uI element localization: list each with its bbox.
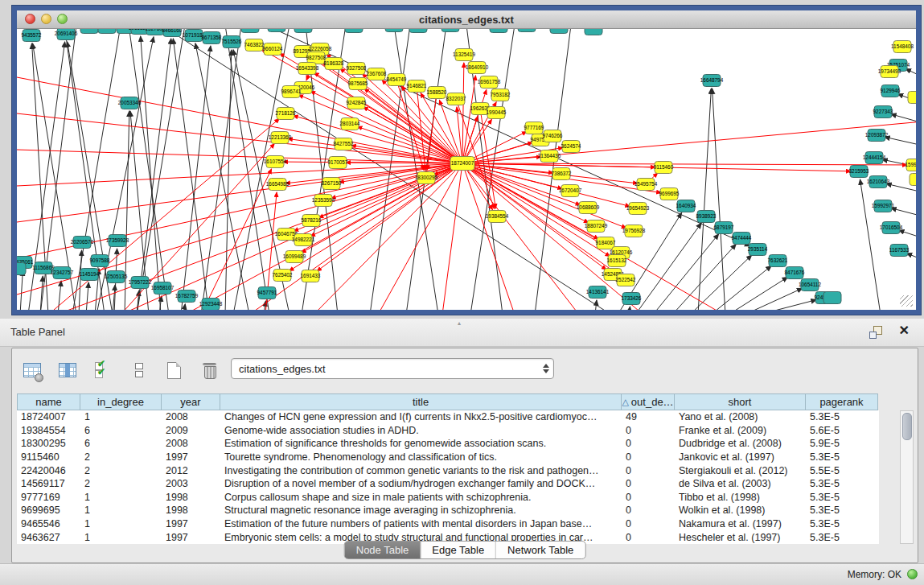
graph-edge-red[interactable] xyxy=(442,163,462,310)
graph-edge-black[interactable] xyxy=(629,307,630,310)
graph-edge-black[interactable] xyxy=(72,29,121,310)
graph-edge-black[interactable] xyxy=(690,255,752,310)
graph-node[interactable] xyxy=(80,29,98,34)
table-cell: 5.9E-5 xyxy=(806,438,878,449)
graph-node[interactable] xyxy=(268,29,285,32)
tab-node-table[interactable]: Node Table xyxy=(345,542,421,558)
table-row[interactable]: 911546021997Tourette syndrome. Phenomeno… xyxy=(17,451,879,464)
graph-node[interactable] xyxy=(345,29,363,33)
graph-edge-black[interactable] xyxy=(20,270,23,310)
graph-edge-black[interactable] xyxy=(711,266,771,310)
table-cell: 5.3E-5 xyxy=(806,411,878,422)
memory-ok-indicator[interactable] xyxy=(907,569,918,579)
graph-edge-black[interactable] xyxy=(759,300,816,310)
column-header-title[interactable]: title xyxy=(220,393,622,410)
graph-node-label: 19384554 xyxy=(486,213,509,219)
row-selection-mode-button[interactable]: ✔✔ xyxy=(91,357,115,383)
graph-node-label: 12923448 xyxy=(199,301,223,307)
splitter-handle[interactable]: ▴ xyxy=(458,319,461,327)
column-header-year[interactable]: year xyxy=(162,393,220,410)
network-canvas-svg[interactable]: 9435572206914061065328715276028466160107… xyxy=(17,29,916,310)
graph-node[interactable] xyxy=(585,29,602,35)
table-row[interactable]: 1938455462009Genome-wide association stu… xyxy=(17,424,879,438)
graph-edge-red[interactable] xyxy=(17,77,462,163)
graph-node[interactable] xyxy=(823,292,841,304)
graph-node[interactable] xyxy=(441,29,459,32)
scrollbar-thumb[interactable] xyxy=(902,413,912,440)
graph-edge-red[interactable] xyxy=(462,63,464,163)
graph-edge-black[interactable] xyxy=(264,301,266,310)
minimize-window-button[interactable] xyxy=(41,14,51,24)
tab-network-table[interactable]: Network Table xyxy=(495,542,585,558)
tab-edge-table[interactable]: Edge Table xyxy=(420,542,495,558)
graph-edge-black[interactable] xyxy=(672,244,736,310)
column-header-out_de[interactable]: △out_de… xyxy=(622,393,675,410)
graph-edge-black[interactable] xyxy=(86,282,88,310)
graph-node[interactable] xyxy=(490,29,507,33)
table-cell: Investigating the contribution of common… xyxy=(220,465,622,476)
show-column-button[interactable] xyxy=(55,357,80,383)
graph-edge-black[interactable] xyxy=(225,50,232,310)
graph-node[interactable] xyxy=(908,92,916,104)
column-header-in_degree[interactable]: in_degree xyxy=(80,393,162,410)
column-header-name[interactable]: name xyxy=(17,393,80,410)
graph-node[interactable] xyxy=(385,29,403,32)
network-canvas[interactable]: 9435572206914061065328715276028466160107… xyxy=(17,29,916,310)
graph-edge-red[interactable] xyxy=(462,163,619,275)
graph-edge-black[interactable] xyxy=(183,304,185,310)
graph-edge-black[interactable] xyxy=(137,39,171,310)
table-row[interactable]: 946554611997Estimation of the future num… xyxy=(17,517,879,531)
table-select-dropdown[interactable]: citations_edges.txt xyxy=(231,358,554,379)
graph-node[interactable] xyxy=(17,263,26,275)
table-row[interactable]: 969969511998Structural magnetic resonanc… xyxy=(17,504,879,517)
column-header-pagerank[interactable]: pagerank xyxy=(806,393,878,410)
graph-node[interactable] xyxy=(550,29,568,34)
column-header-short[interactable]: short xyxy=(675,393,806,410)
graph-edge-black[interactable] xyxy=(181,46,211,310)
graph-edge-red[interactable] xyxy=(48,118,279,310)
graph-edge-black[interactable] xyxy=(713,89,725,310)
create-table-button[interactable] xyxy=(162,357,186,383)
graph-edge-black[interactable] xyxy=(885,137,916,146)
graph-node[interactable] xyxy=(241,29,259,33)
close-panel-icon[interactable]: ✕ xyxy=(899,323,910,339)
float-panel-icon[interactable] xyxy=(869,326,882,339)
table-row[interactable]: 1830029562008Estimation of significance … xyxy=(17,437,879,451)
table-row[interactable]: 977716911998Corpus callosum shape and si… xyxy=(17,491,879,505)
table-vertical-scrollbar[interactable] xyxy=(900,410,914,544)
graph-node[interactable] xyxy=(409,29,427,33)
graph-edge-black[interactable] xyxy=(225,29,269,310)
graph-node[interactable] xyxy=(910,174,916,186)
graph-edge-black[interactable] xyxy=(891,114,916,123)
delete-table-button[interactable] xyxy=(197,357,221,383)
graph-edge-red[interactable] xyxy=(363,107,462,163)
row-height-button[interactable] xyxy=(126,357,150,383)
table-settings-button[interactable] xyxy=(20,357,44,383)
graph-edge-black[interactable] xyxy=(899,230,916,238)
graph-edge-black[interactable] xyxy=(595,300,597,310)
network-window-titlebar[interactable]: citations_edges.txt xyxy=(17,10,916,29)
zoom-window-button[interactable] xyxy=(57,14,68,24)
table-row[interactable]: 1456911722003Disruption of a novel membe… xyxy=(17,477,879,491)
table-cell: Yano et al. (2008) xyxy=(675,411,806,422)
graph-node[interactable] xyxy=(518,29,536,32)
graph-edge-black[interactable] xyxy=(653,234,719,310)
graph-node-label: 20691406 xyxy=(55,31,78,36)
table-cell: 2 xyxy=(80,451,162,463)
graph-edge-black[interactable] xyxy=(860,179,881,310)
graph-node-label: 16648794 xyxy=(700,77,724,83)
graph-edge-black[interactable] xyxy=(891,208,916,216)
graph-edge-black[interactable] xyxy=(635,223,701,310)
graph-edge-red[interactable] xyxy=(17,150,462,163)
graph-node[interactable] xyxy=(98,29,116,34)
graph-edge-black[interactable] xyxy=(233,29,290,310)
graph-edge-black[interactable] xyxy=(698,89,711,310)
graph-node-label: 7625402 xyxy=(273,272,293,278)
table-row[interactable]: 1872400712008Changes of HCN gene express… xyxy=(17,410,879,424)
table-row[interactable]: 2242004622012Investigating the contribut… xyxy=(17,463,879,477)
canvas-resize-grip[interactable] xyxy=(900,295,913,307)
graph-edge-black[interactable] xyxy=(201,29,241,310)
graph-node[interactable] xyxy=(294,29,312,33)
graph-edge-black[interactable] xyxy=(141,36,161,310)
close-window-button[interactable] xyxy=(25,14,35,24)
